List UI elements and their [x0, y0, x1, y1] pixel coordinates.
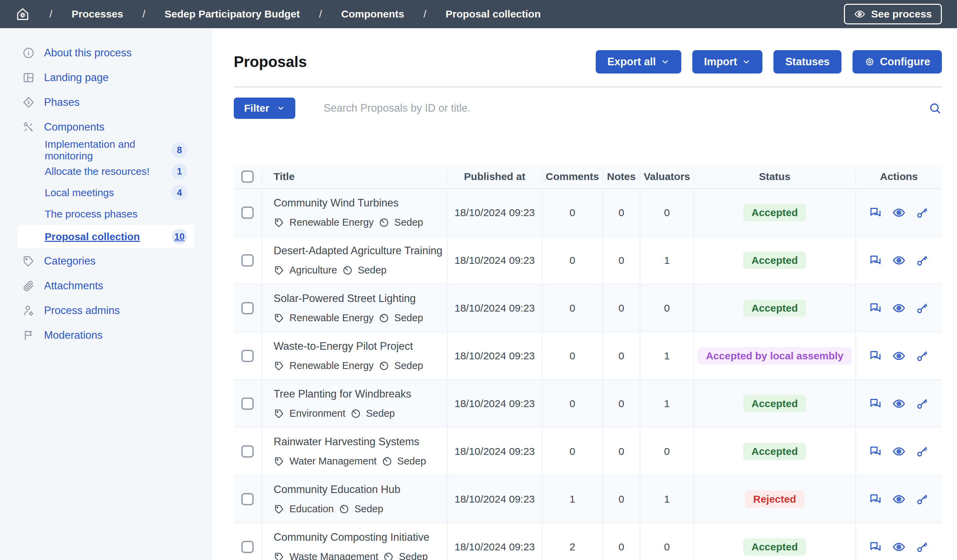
- see-process-button[interactable]: See process: [844, 4, 942, 24]
- export-all-button[interactable]: Export all: [596, 50, 681, 74]
- comments-count: 0: [542, 237, 603, 284]
- permissions-key-icon[interactable]: [915, 492, 929, 506]
- category-label: Agriculture: [289, 265, 337, 276]
- statuses-button[interactable]: Statuses: [774, 50, 841, 74]
- permissions-key-icon[interactable]: [915, 206, 929, 219]
- proposal-title-link[interactable]: Community Education Hub: [274, 483, 401, 496]
- breadcrumb-components[interactable]: Components: [341, 8, 404, 20]
- sidebar-component-item[interactable]: Proposal collection 10: [17, 225, 195, 249]
- scope-label: Sedep: [397, 456, 426, 467]
- row-actions: [869, 540, 929, 554]
- proposal-title-link[interactable]: Waste-to-Energy Pilot Project: [274, 340, 413, 352]
- preview-eye-icon[interactable]: [892, 540, 906, 554]
- sidebar-item-process-admins[interactable]: Process admins: [0, 298, 212, 323]
- sidebar: About this process Landing page Phases C…: [0, 28, 212, 560]
- select-all-checkbox[interactable]: [241, 170, 254, 183]
- preview-eye-icon[interactable]: [892, 349, 906, 363]
- comments-count: 2: [542, 523, 603, 560]
- row-checkbox[interactable]: [241, 207, 254, 219]
- table-row: Tree Planting for Windbreaks Environment: [234, 380, 942, 428]
- paperclip-icon: [22, 279, 35, 292]
- preview-eye-icon[interactable]: [892, 301, 906, 315]
- sidebar-item-phases[interactable]: Phases: [0, 90, 212, 115]
- published-at-value: 18/10/2024 09:23: [448, 475, 542, 522]
- sidebar-item-moderations[interactable]: Moderations: [0, 323, 212, 348]
- proposal-meta: Renewable Energy Sedep: [274, 360, 423, 371]
- sidebar-component-item[interactable]: The process phases: [17, 203, 195, 225]
- breadcrumb-processes[interactable]: Processes: [71, 8, 123, 20]
- scope-label: Sedep: [394, 217, 423, 228]
- permissions-key-icon[interactable]: [915, 540, 929, 554]
- tag-icon: [22, 255, 35, 268]
- preview-eye-icon[interactable]: [892, 206, 906, 219]
- permissions-key-icon[interactable]: [915, 301, 929, 315]
- row-checkbox[interactable]: [241, 302, 254, 314]
- admin-home-icon[interactable]: [15, 6, 30, 22]
- sidebar-item-label: Components: [44, 121, 104, 133]
- answer-proposal-icon[interactable]: [869, 301, 883, 315]
- answer-proposal-icon[interactable]: [869, 492, 883, 506]
- answer-proposal-icon[interactable]: [869, 540, 883, 554]
- layout-icon: [22, 71, 35, 84]
- proposal-meta: Renewable Energy Sedep: [274, 217, 423, 228]
- breadcrumb-separator: /: [423, 8, 426, 20]
- valuators-count: 0: [640, 523, 694, 560]
- gear-icon: [864, 56, 875, 67]
- breadcrumb-process-name[interactable]: Sedep Participatory Budget: [165, 8, 300, 20]
- sidebar-component-item[interactable]: Implementation and monitoring 8: [17, 139, 195, 161]
- sidebar-component-item[interactable]: Allocate the resources! 1: [17, 161, 195, 182]
- permissions-key-icon[interactable]: [915, 397, 929, 410]
- component-count-badge: 10: [172, 229, 187, 245]
- proposal-title-link[interactable]: Desert-Adapted Agriculture Training: [274, 245, 442, 257]
- preview-eye-icon[interactable]: [892, 254, 906, 267]
- permissions-key-icon[interactable]: [915, 254, 929, 267]
- breadcrumb-separator: /: [49, 8, 52, 20]
- row-checkbox[interactable]: [241, 398, 254, 410]
- column-actions: Actions: [856, 171, 942, 183]
- row-checkbox[interactable]: [241, 350, 254, 362]
- proposal-title-link[interactable]: Solar-Powered Street Lighting: [274, 292, 416, 305]
- comments-count: 0: [542, 428, 603, 475]
- published-at-value: 18/10/2024 09:23: [448, 523, 542, 560]
- sidebar-item-landing-page[interactable]: Landing page: [0, 65, 212, 90]
- notes-count: 0: [603, 523, 640, 560]
- search-input[interactable]: [324, 102, 921, 114]
- table-header: Title Published at Comments Notes Valuat…: [234, 165, 942, 189]
- permissions-key-icon[interactable]: [915, 349, 929, 363]
- category-label: Renewable Energy: [289, 360, 374, 371]
- proposal-meta: Environment Sedep: [274, 408, 395, 419]
- filter-button[interactable]: Filter: [234, 98, 295, 119]
- notes-count: 0: [603, 428, 640, 475]
- main-content: Proposals Export all Import Statuses Con…: [212, 28, 957, 560]
- sidebar-item-categories[interactable]: Categories: [0, 249, 212, 273]
- configure-button[interactable]: Configure: [853, 50, 942, 74]
- search-icon[interactable]: [928, 101, 942, 115]
- proposal-title-link[interactable]: Rainwater Harvesting Systems: [274, 435, 419, 448]
- preview-eye-icon[interactable]: [892, 445, 906, 458]
- preview-eye-icon[interactable]: [892, 492, 906, 506]
- sidebar-item-about[interactable]: About this process: [0, 41, 212, 65]
- answer-proposal-icon[interactable]: [869, 206, 883, 219]
- sidebar-item-components[interactable]: Components: [0, 115, 212, 139]
- proposal-title-link[interactable]: Community Composting Initiative: [274, 531, 430, 544]
- proposal-meta: Water Management Sedep: [274, 456, 426, 467]
- row-actions: [869, 349, 929, 363]
- answer-proposal-icon[interactable]: [869, 397, 883, 410]
- row-checkbox[interactable]: [241, 493, 254, 505]
- preview-eye-icon[interactable]: [892, 397, 906, 410]
- import-button[interactable]: Import: [692, 50, 763, 74]
- answer-proposal-icon[interactable]: [869, 445, 883, 458]
- proposal-title-link[interactable]: Community Wind Turbines: [274, 197, 399, 209]
- answer-proposal-icon[interactable]: [869, 349, 883, 363]
- sidebar-component-item[interactable]: Local meetings 4: [17, 182, 195, 203]
- row-checkbox[interactable]: [241, 254, 254, 267]
- answer-proposal-icon[interactable]: [869, 254, 883, 267]
- proposal-title-link[interactable]: Tree Planting for Windbreaks: [274, 388, 411, 400]
- row-checkbox[interactable]: [241, 541, 254, 553]
- permissions-key-icon[interactable]: [915, 445, 929, 458]
- category-tag-icon: [274, 551, 284, 560]
- breadcrumb-proposal-collection[interactable]: Proposal collection: [445, 8, 541, 20]
- row-checkbox[interactable]: [241, 445, 254, 457]
- sidebar-item-attachments[interactable]: Attachments: [0, 273, 212, 298]
- statuses-label: Statuses: [785, 56, 829, 68]
